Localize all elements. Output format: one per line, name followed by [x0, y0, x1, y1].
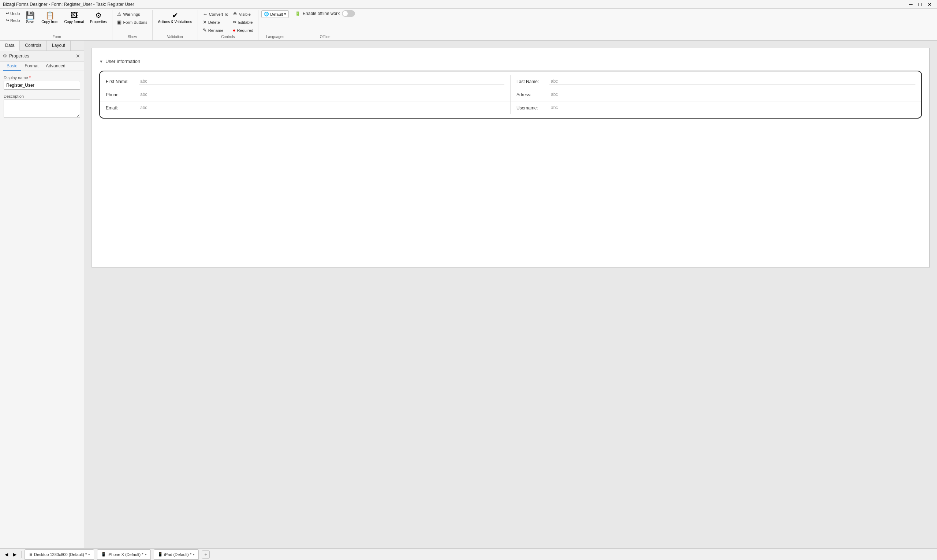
actions-validations-button[interactable]: ✔ Actions & Validations [155, 10, 195, 25]
convert-to-icon: ↔ [203, 11, 208, 17]
languages-group-items: 🌐 Default ▾ [262, 10, 289, 34]
form-buttons-icon: ▣ [117, 19, 122, 25]
controls-group-label: Controls [201, 34, 255, 40]
tab-data[interactable]: Data [0, 41, 20, 51]
properties-close-button[interactable]: ✕ [75, 53, 81, 59]
description-input[interactable] [4, 100, 80, 118]
delete-icon: ✕ [203, 19, 207, 25]
desktop-device-tab[interactable]: 🖥 Desktop 1280x800 (Default) * ▾ [25, 549, 94, 560]
required-star: * [29, 75, 31, 80]
languages-group-label: Languages [262, 34, 289, 40]
form-buttons-label: Form Buttons [123, 20, 147, 25]
phone-input[interactable] [139, 91, 505, 98]
form-buttons-button[interactable]: ▣ Form Buttons [115, 18, 149, 26]
desktop-icon: 🖥 [29, 552, 32, 557]
delete-button[interactable]: ✕ Delete [201, 18, 230, 26]
last-name-cell: Last Name: [511, 75, 921, 88]
undo-button[interactable]: ↩ Undo [5, 10, 21, 17]
section-toggle-icon[interactable]: ▼ [99, 59, 103, 64]
editable-button[interactable]: ✏ Editable [231, 18, 255, 26]
tab-controls[interactable]: Controls [20, 41, 47, 51]
add-device-tab-button[interactable]: + [202, 551, 210, 558]
ribbon-group-form: ↩ Undo ↪ Redo 💾 Save 📋 Copy from [2, 10, 112, 40]
required-button[interactable]: ● Required [231, 26, 255, 34]
first-name-input[interactable] [139, 78, 505, 85]
offline-group-label: Offline [295, 34, 355, 40]
description-group: Description [4, 94, 80, 119]
offline-group-items: 🔋 Enable offline work [295, 10, 355, 34]
window-controls: ─ □ ✕ [907, 1, 934, 8]
minimize-button[interactable]: ─ [907, 1, 915, 8]
window-title: Bizagi Forms Designer - Form: Register_U… [3, 2, 134, 7]
table-row: Phone: Adress: [100, 88, 921, 102]
validation-group-items: ✔ Actions & Validations [155, 10, 195, 34]
properties-label: Properties [90, 20, 107, 24]
visible-button[interactable]: 👁 Visible [231, 10, 255, 18]
canvas-area[interactable]: ▼ User information First Name: Last Name… [84, 41, 937, 548]
main-area: Data Controls Layout ⚙ Properties ✕ Basi… [0, 41, 937, 548]
ribbon-group-offline: 🔋 Enable offline work Offline [292, 10, 358, 40]
separator [21, 551, 22, 558]
prop-tab-advanced[interactable]: Advanced [42, 62, 69, 71]
form-group-box: First Name: Last Name: Phone: A [99, 71, 922, 118]
form-canvas: ▼ User information First Name: Last Name… [91, 48, 930, 268]
enable-offline-label: Enable offline work [303, 11, 340, 16]
ipad-chevron-icon: ▾ [193, 553, 195, 556]
phone-cell: Phone: [100, 88, 511, 101]
username-input[interactable] [549, 104, 915, 111]
prop-tab-basic[interactable]: Basic [3, 62, 21, 71]
convert-to-button[interactable]: ↔ Convert To [201, 10, 230, 18]
prop-tab-format[interactable]: Format [21, 62, 42, 71]
iphone-icon: 📱 [101, 552, 106, 557]
next-button[interactable]: ▶ [11, 551, 18, 558]
visible-label: Visible [239, 12, 251, 17]
copy-from-label: Copy from [42, 20, 58, 24]
prev-button[interactable]: ◀ [3, 551, 10, 558]
rename-label: Rename [208, 28, 224, 32]
username-label: Username: [517, 105, 549, 111]
address-label: Adress: [517, 92, 549, 97]
rename-button[interactable]: ✎ Rename [201, 26, 230, 34]
language-dropdown[interactable]: 🌐 Default ▾ [262, 10, 289, 18]
undo-label: Undo [10, 11, 20, 16]
delete-label: Delete [208, 20, 220, 25]
left-panel: Data Controls Layout ⚙ Properties ✕ Basi… [0, 41, 84, 548]
tab-layout[interactable]: Layout [47, 41, 71, 51]
validation-group-label: Validation [155, 34, 195, 40]
properties-title-row: ⚙ Properties [3, 54, 29, 58]
table-row: Email: Username: [100, 102, 921, 114]
display-name-label: Display name * [4, 75, 80, 80]
ipad-label: iPad (Default) * [164, 552, 192, 557]
address-cell: Adress: [511, 88, 921, 101]
properties-content: Display name * Description [0, 71, 84, 548]
chevron-down-icon: ▾ [284, 12, 286, 17]
copy-format-button[interactable]: 🖼 Copy format [62, 10, 86, 25]
form-group-label: Form [5, 34, 109, 40]
show-col: ⚠ Warnings ▣ Form Buttons [115, 10, 149, 26]
display-name-input[interactable] [4, 81, 80, 90]
save-button[interactable]: 💾 Save [22, 10, 38, 25]
convert-to-label: Convert To [209, 12, 228, 17]
warnings-button[interactable]: ⚠ Warnings [115, 10, 149, 18]
copy-from-button[interactable]: 📋 Copy from [39, 10, 61, 25]
title-bar: Bizagi Forms Designer - Form: Register_U… [0, 0, 937, 9]
offline-toggle[interactable] [342, 10, 355, 17]
redo-button[interactable]: ↪ Redo [5, 17, 21, 23]
last-name-input[interactable] [549, 78, 915, 85]
description-label: Description [4, 94, 80, 98]
required-icon: ● [233, 28, 236, 33]
actions-validations-label: Actions & Validations [158, 20, 192, 24]
close-button[interactable]: ✕ [925, 1, 934, 8]
email-cell: Email: [100, 102, 511, 114]
ribbon-group-languages: 🌐 Default ▾ Languages [258, 10, 292, 40]
properties-button[interactable]: ⚙ Properties [88, 10, 109, 25]
email-input[interactable] [139, 104, 505, 111]
properties-icon: ⚙ [95, 12, 102, 19]
save-label: Save [26, 20, 34, 24]
redo-label: Redo [10, 18, 20, 23]
maximize-button[interactable]: □ [917, 1, 924, 8]
address-input[interactable] [549, 91, 915, 98]
ipad-device-tab[interactable]: 📱 iPad (Default) * ▾ [154, 549, 199, 560]
show-group-label: Show [115, 34, 149, 40]
iphone-device-tab[interactable]: 📱 iPhone X (Default) * ▾ [97, 549, 151, 560]
